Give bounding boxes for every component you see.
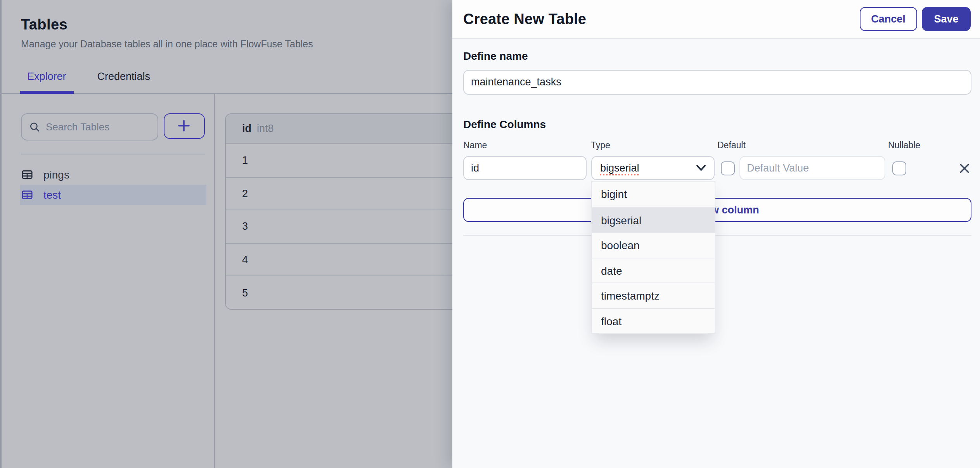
define-name-heading: Define name bbox=[463, 50, 528, 62]
add-column-button[interactable]: Add new column bbox=[463, 198, 971, 222]
cancel-button[interactable]: Cancel bbox=[859, 7, 917, 31]
column-name-input[interactable] bbox=[463, 156, 587, 180]
column-type-select[interactable]: bigserial bbox=[591, 156, 715, 180]
save-button[interactable]: Save bbox=[922, 7, 971, 31]
drawer-header: Create New Table Cancel Save bbox=[452, 0, 980, 39]
type-option-date[interactable]: date bbox=[592, 257, 715, 283]
column-label-nullable: Nullable bbox=[888, 140, 920, 150]
create-table-drawer: Create New Table Cancel Save Define name… bbox=[452, 0, 980, 468]
type-option-float[interactable]: float bbox=[592, 308, 715, 333]
column-label-type: Type bbox=[591, 140, 610, 150]
define-columns-heading: Define Columns bbox=[463, 118, 546, 130]
type-option-bigserial[interactable]: bigserial bbox=[592, 207, 715, 232]
close-icon bbox=[959, 163, 970, 174]
column-type-value: bigserial bbox=[600, 162, 696, 174]
drawer-divider bbox=[463, 235, 971, 236]
type-option-boolean[interactable]: boolean bbox=[592, 232, 715, 257]
default-checkbox[interactable] bbox=[721, 161, 735, 175]
type-dropdown-menu: bigint bigserial boolean date timestampt… bbox=[591, 181, 715, 334]
remove-column-button[interactable] bbox=[957, 161, 972, 176]
app-root: Tables Manage your Database tables all i… bbox=[0, 0, 980, 468]
type-option-bigint[interactable]: bigint bbox=[592, 182, 715, 207]
default-value-input[interactable] bbox=[739, 156, 885, 180]
type-option-timestamptz[interactable]: timestamptz bbox=[592, 283, 715, 308]
column-label-name: Name bbox=[463, 140, 487, 150]
drawer-title: Create New Table bbox=[463, 10, 859, 28]
table-name-input[interactable] bbox=[463, 69, 971, 94]
nullable-checkbox[interactable] bbox=[892, 161, 906, 175]
column-label-default: Default bbox=[717, 140, 746, 150]
chevron-down-icon bbox=[696, 165, 706, 172]
